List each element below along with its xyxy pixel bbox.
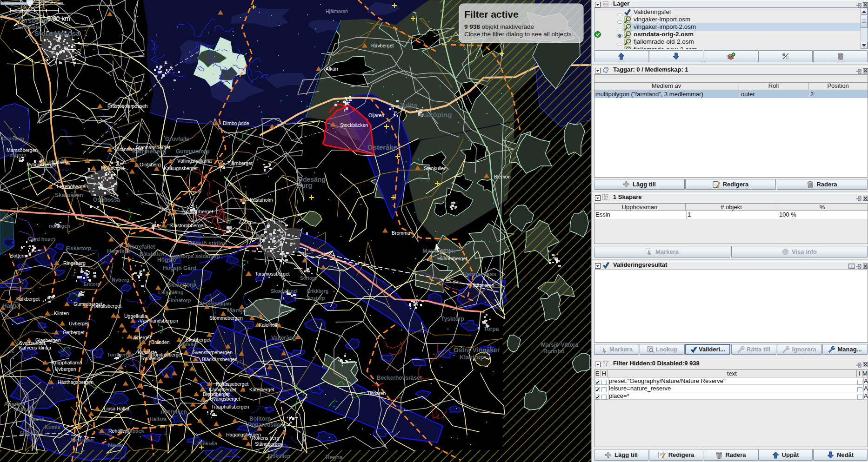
svg-text:Gruvfalle: Gruvfalle (165, 136, 189, 142)
svg-text:Regna: Regna (326, 454, 343, 461)
svg-text:Svenstorpebergen: Svenstorpebergen (193, 350, 233, 355)
svg-text:Vallerång: Vallerång (271, 335, 296, 341)
svg-text:Värmlandsbergen: Värmlandsbergen (140, 318, 178, 323)
svg-text:Katrineberg: Katrineberg (132, 148, 166, 155)
svg-text:Ringsberg: Ringsberg (63, 260, 86, 266)
svg-text:Averviken: Averviken (160, 409, 187, 415)
svg-text:Torpa: Torpa (484, 326, 499, 332)
svg-text:ygetorps soldattorp: ygetorps soldattorp (172, 253, 220, 259)
svg-text:Hjälmaren: Hjälmaren (326, 8, 348, 14)
svg-text:Harga: Harga (2, 302, 20, 309)
svg-text:Lilla plång: Lilla plång (158, 290, 183, 295)
svg-text:Runnhö: Runnhö (543, 348, 564, 355)
svg-text:Finnstorp: Finnstorp (167, 297, 191, 303)
svg-text:Liusa Hällar: Liusa Hällar (104, 406, 130, 411)
svg-text:Äsköping: Äsköping (420, 111, 452, 119)
svg-text:burg: burg (298, 182, 312, 189)
svg-text:9 938 objekt inaktiverade: 9 938 objekt inaktiverade (464, 23, 534, 30)
svg-text:Blemon: Blemon (494, 174, 511, 179)
svg-text:Sjöberg: Sjöberg (20, 430, 39, 436)
svg-text:Stockbäcken: Stockbäcken (340, 122, 368, 128)
svg-text:Kalkugnsberget: Kalkugnsberget (164, 165, 198, 171)
svg-text:Branden: Branden (151, 339, 170, 345)
svg-text:Kalkberget: Kalkberget (16, 296, 40, 302)
svg-text:Herrefallet: Herrefallet (127, 244, 155, 250)
svg-text:Sjökulla: Sjökulla (198, 441, 218, 446)
svg-text:Klastorpbbergen: Klastorpbbergen (170, 223, 206, 228)
svg-text:kyrkbäck: kyrkbäck (122, 428, 145, 434)
svg-text:Stora Mellösa: Stora Mellösa (34, 29, 80, 37)
svg-text:Östmossa: Östmossa (93, 196, 120, 203)
svg-text:5.00 km: 5.00 km (47, 15, 70, 22)
svg-text:Vällingshällarna: Vällingshällarna (177, 158, 212, 164)
svg-text:Skogalund: Skogalund (271, 288, 297, 294)
svg-text:Klinten: Klinten (54, 310, 69, 316)
svg-text:Österåker: Österåker (367, 143, 400, 151)
svg-text:Dimbo udde: Dimbo udde (223, 120, 249, 126)
svg-text:Marsjö: Marsjö (227, 307, 247, 314)
svg-text:Vannervass: Vannervass (463, 271, 496, 277)
svg-text:Sjökullen: Sjökullen (267, 453, 290, 459)
svg-text:Baggemon: Baggemon (256, 233, 282, 239)
svg-text:Danstorp: Danstorp (2, 136, 25, 141)
svg-text:Bromma: Bromma (392, 230, 410, 236)
svg-text:Beckerhovsräset: Beckerhovsräset (377, 375, 422, 381)
svg-text:Vuxelstugan: Vuxelstugan (201, 301, 231, 306)
svg-text:Filter active: Filter active (464, 9, 519, 20)
svg-text:Östra Vingåker: Östra Vingåker (454, 346, 500, 354)
svg-text:Rytingsbergen: Rytingsbergen (27, 162, 58, 167)
svg-text:Torsmossberget: Torsmossberget (255, 271, 290, 277)
svg-text:Kojtasseberget: Kojtasseberget (216, 381, 248, 387)
svg-text:Uvberget: Uvberget (69, 321, 89, 326)
svg-text:Bläckärrsbergen: Bläckärrsbergen (202, 356, 238, 362)
svg-text:Nyberg: Nyberg (112, 277, 129, 283)
svg-text:Näset: Näset (108, 442, 123, 449)
svg-text:Anstorp: Anstorp (307, 296, 325, 301)
svg-text:Erstorp: Erstorp (84, 282, 100, 287)
svg-text:Sottern: Sottern (10, 253, 26, 258)
svg-text:Tysktorp: Tysktorp (441, 316, 464, 322)
svg-text:Bolltorp: Bolltorp (249, 416, 271, 422)
svg-text:Öljaren: Öljaren (368, 112, 384, 118)
svg-text:Skarpåsen: Skarpåsen (55, 192, 83, 198)
svg-text:Kropphällarna: Kropphällarna (52, 360, 82, 365)
svg-text:Kalelhöll: Kalelhöll (259, 322, 277, 328)
svg-text:Ekstugan: Ekstugan (71, 437, 94, 442)
svg-text:Hallsta: Hallsta (150, 416, 167, 422)
svg-text:Prästebolsmossen: Prästebolsmossen (107, 103, 148, 109)
svg-text:Gunnarstorp: Gunnarstorp (176, 148, 210, 155)
svg-text:Backa: Backa (29, 416, 44, 422)
svg-text:Kästaholm: Kästaholm (250, 197, 273, 203)
svg-text:Högsjö station: Högsjö station (188, 240, 227, 247)
svg-text:Kätelberget: Kätelberget (249, 387, 274, 392)
svg-text:Tisnaren: Tisnaren (367, 390, 386, 396)
svg-text:Karvens klintar: Karvens klintar (19, 345, 52, 350)
svg-text:Uvberget: Uvberget (131, 335, 151, 340)
svg-text:Marsjö-Vittora: Marsjö-Vittora (541, 342, 579, 348)
svg-text:Stömmebergen: Stömmebergen (209, 315, 243, 321)
svg-text:Kisfallsberget: Kisfallsberget (92, 303, 121, 309)
svg-text:Kvarnste: Kvarnste (138, 350, 157, 355)
svg-text:Gård huset: Gård huset (28, 236, 55, 242)
svg-text:Alkärr: Alkärr (326, 66, 339, 72)
svg-text:Näsnaren: Näsnaren (473, 282, 494, 288)
svg-text:ndhagen: ndhagen (49, 223, 70, 229)
svg-text:Henrikss: Henrikss (107, 248, 131, 255)
svg-text:Moaberget: Moaberget (101, 165, 124, 171)
svg-text:Getberget: Getberget (63, 330, 85, 335)
svg-text:Båtslätten: Båtslätten (140, 251, 164, 257)
svg-text:Popareusden: Popareusden (248, 422, 283, 428)
svg-text:Tornberget: Tornberget (107, 352, 134, 357)
svg-text:Stenkullen: Stenkullen (424, 165, 447, 171)
svg-text:Rökens berg: Rökens berg (252, 435, 280, 441)
svg-text:Stångbergen: Stångbergen (255, 441, 283, 447)
svg-text:Nofallet: Nofallet (179, 342, 198, 347)
svg-text:Tjärnberget: Tjärnberget (227, 160, 253, 166)
svg-text:Trollkärrberget: Trollkärrberget (181, 209, 213, 214)
svg-text:Trapphällsbergen: Trapphällsbergen (211, 404, 249, 409)
svg-text:Erikkberg: Erikkberg (307, 289, 328, 294)
svg-text:Close the filter dialog to see: Close the filter dialog to see all objec… (464, 31, 573, 38)
svg-text:Uvbergen: Uvbergen (55, 366, 76, 372)
svg-text:Sörtorp: Sörtorp (300, 276, 317, 281)
svg-text:ssbron: ssbron (9, 152, 27, 158)
